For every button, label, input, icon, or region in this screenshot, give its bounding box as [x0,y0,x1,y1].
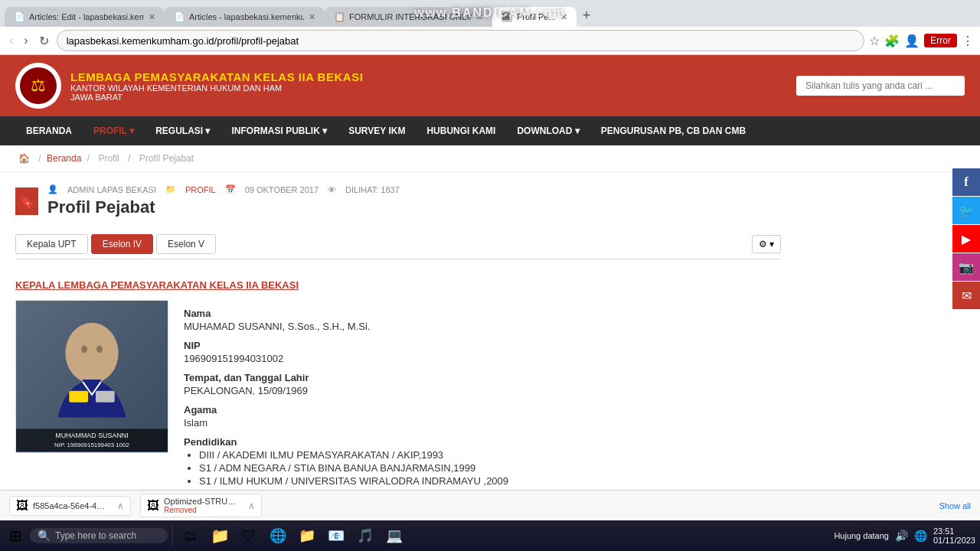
tray-volume-icon[interactable]: 🔊 [895,530,908,542]
tab-bar: 📄 Articles: Edit - lapasbekasi.keme... ✕… [0,0,980,27]
forward-button[interactable]: › [21,32,31,49]
tab-label-4: Profil Pe... [517,12,556,21]
site-main-title: LEMBAGA PEMASYARAKATAN KELAS IIA BEKASI [70,70,363,83]
mail-button[interactable]: ✉ [952,282,980,309]
browser-tab-3[interactable]: 📋 FORMULIR INTERGRASI ONLINE... ✕ [325,7,492,27]
address-bar-input[interactable]: lapasbekasi.kemenkumham.go.id/profil/pro… [57,30,865,51]
svg-text:NIP. 19690915199403 1002: NIP. 19690915199403 1002 [54,442,129,448]
extensions-icon[interactable]: 🧩 [884,34,900,48]
breadcrumb-beranda[interactable]: Beranda [47,153,81,164]
tab-eselon-v[interactable]: Eselon V [156,234,216,254]
svg-text:MUHAMMAD SUSANNI: MUHAMMAD SUSANNI [55,432,128,439]
download-close-1[interactable]: ∧ [117,500,124,511]
instagram-icon: 📷 [959,260,974,275]
edu-item-0: DIII / AKADEMI ILMU PEMASYARAKATAN / AKI… [199,449,781,461]
download-info-2: Optimized-STRUK....png Removed [164,497,240,514]
social-sidebar: f 🐦 ▶ 📷 ✉ [952,168,980,309]
site-logo: ⚖ LEMBAGA PEMASYARAKATAN KELAS IIA BEKAS… [15,63,363,109]
browser-tab-1[interactable]: 📄 Articles: Edit - lapasbekasi.keme... ✕ [5,7,165,27]
nav-informasi-publik[interactable]: INFORMASI PUBLIK ▾ [220,116,338,145]
nip-label: NIP [184,340,781,351]
breadcrumb-sep2: / [87,153,93,164]
toolbar-icons: ☆ 🧩 👤 Error ⋮ [869,34,974,48]
browser-chrome: 📄 Articles: Edit - lapasbekasi.keme... ✕… [0,0,980,55]
nav-download[interactable]: DOWNLOAD ▾ [506,116,590,145]
tray-notification-text: Hujung datang [834,531,889,540]
tray-network-icon[interactable]: 🌐 [914,530,927,542]
tab-eselon-iv[interactable]: Eselon IV [91,234,153,254]
breadcrumb-home-icon[interactable]: 🏠 [18,153,30,164]
start-button[interactable]: ⊞ [5,525,27,546]
svg-rect-7 [69,391,88,403]
download-filename-1: f585a4ca-56e4-49....jpg [33,501,109,510]
instagram-button[interactable]: 📷 [952,253,980,281]
agama-value: Islam [184,417,781,429]
nav-regulasi[interactable]: REGULASI ▾ [145,116,220,145]
taskbar-search-icon: 🔍 [38,530,51,542]
error-button[interactable]: Error [924,34,957,47]
edu-item-2: S1 / ILMU HUKUM / UNIVERSITAS WIRALODRA … [199,475,781,487]
back-button[interactable]: ‹ [6,32,16,49]
download-file-icon-2: 🖼 [147,499,159,513]
twitter-button[interactable]: 🐦 [952,197,980,224]
downloads-bar: 🖼 f585a4ca-56e4-49....jpg ∧ 🖼 Optimized-… [0,490,980,520]
nav-hubungi-kami[interactable]: HUBUNGI KAMI [416,116,506,145]
tab-close-2[interactable]: ✕ [309,12,315,22]
taskbar-icon-shield[interactable]: 🛡 [236,523,262,549]
tab-kepala-upt[interactable]: Kepala UPT [15,234,88,254]
taskbar-icon-app[interactable]: 💻 [381,523,407,549]
reload-button[interactable]: ↻ [36,32,52,50]
pendidikan-label: Pendidikan [184,436,781,448]
download-filename-2: Optimized-STRUK....png [164,497,240,506]
tab-close-4[interactable]: ✕ [560,12,567,22]
tab-buttons-row: Kepala UPT Eselon IV Eselon V ⚙ ▾ [15,230,781,259]
date-icon: 📅 [225,184,236,194]
breadcrumb-sep1: / [38,153,44,164]
nav-survey-ikm[interactable]: SURVEY IKM [338,116,416,145]
taskbar-icon-browser[interactable]: 🌐 [265,523,291,549]
page-title: Profil Pejabat [47,197,400,217]
bookmark-star-icon[interactable]: ☆ [869,34,880,48]
taskbar-search-box[interactable]: 🔍 Type here to search [30,528,168,543]
more-options-icon[interactable]: ⋮ [962,34,974,48]
site-sub-title2: JAWA BARAT [70,93,363,102]
site-search-input[interactable] [796,76,965,96]
breadcrumb: 🏠 / Beranda / Profil / Profil Pejabat [0,145,980,172]
taskbar-icon-explorer[interactable]: 📁 [207,523,233,549]
bookmark-icon: 🔖 [15,187,38,215]
tab-close-3[interactable]: ✕ [476,12,483,22]
new-tab-button[interactable]: + [577,5,597,27]
svg-point-4 [81,345,87,353]
download-item-2: 🖼 Optimized-STRUK....png Removed ∧ [140,494,262,517]
logo-image: ⚖ [15,63,61,109]
tab-favicon-4: 🏛 [501,11,512,22]
show-all-downloads-button[interactable]: Show all [939,501,971,510]
profile-icon[interactable]: 👤 [904,34,920,48]
browser-tab-2[interactable]: 📄 Articles - lapasbekasi.kemenkum... ✕ [165,7,325,27]
youtube-button[interactable]: ▶ [952,225,980,253]
facebook-button[interactable]: f [952,168,980,196]
site-sub-title1: KANTOR WILAYAH KEMENTERIAN HUKUM DAN HAM [70,83,363,93]
nav-pengurusan[interactable]: PENGURUSAN PB, CB DAN CMB [590,116,756,145]
taskbar: ⊞ 🔍 Type here to search 🗂 📁 🛡 🌐 📁 📧 🎵 💻 … [0,520,980,551]
tab-favicon-3: 📋 [334,11,345,22]
address-bar-row: ‹ › ↻ lapasbekasi.kemenkumham.go.id/prof… [0,27,980,55]
tab-close-1[interactable]: ✕ [149,12,155,22]
nav-beranda[interactable]: BERANDA [15,116,83,145]
category-icon: 📁 [165,184,176,194]
nama-label: Nama [184,308,781,319]
meta-author: ADMIN LAPAS BEKASI [67,185,156,194]
svg-point-5 [96,345,103,353]
settings-dropdown-button[interactable]: ⚙ ▾ [752,235,781,253]
nav-profil[interactable]: PROFIL ▾ [83,116,145,145]
site-header: ⚖ LEMBAGA PEMASYARAKATAN KELAS IIA BEKAS… [0,55,980,116]
breadcrumb-sep3: / [128,153,133,164]
tray-date: 01/11/2023 [933,536,975,545]
taskbar-icon-mail[interactable]: 📧 [323,523,349,549]
taskbar-icon-files[interactable]: 🗂 [178,523,204,549]
meta-date: 09 OKTOBER 2017 [245,185,318,194]
browser-tab-4[interactable]: 🏛 Profil Pe... ✕ [492,7,577,27]
download-close-2[interactable]: ∧ [248,500,255,511]
taskbar-icon-music[interactable]: 🎵 [352,523,378,549]
taskbar-icon-folder[interactable]: 📁 [294,523,320,549]
